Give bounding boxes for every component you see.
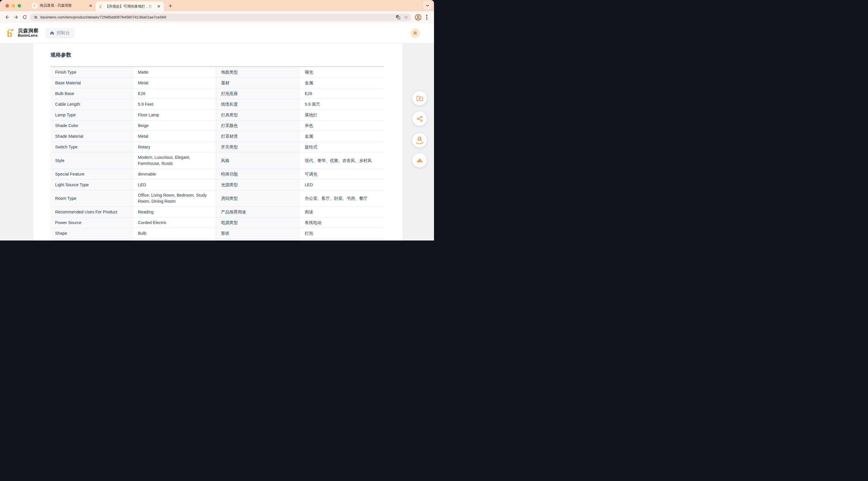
spec-value-cn: 可调光 [300,169,383,179]
close-tab-icon[interactable]: ✕ [88,3,93,8]
download-report-button[interactable] [412,91,427,106]
translate-icon[interactable]: G文 [396,15,401,20]
spec-label-cn: 特殊功能 [216,169,300,179]
spec-label-cn: 灯罩颜色 [216,120,300,131]
spec-label-en: Base Material [51,78,133,88]
tab-product-details-active[interactable]: b 【升级款】可调光落地灯，含 10 ✕ [96,1,164,11]
spec-value-cn: 5.9 英尺 [300,99,383,110]
table-row: Shade Material Metal 灯罩材质 金属 [51,131,383,142]
spec-label-cn [216,239,300,241]
spec-label-cn: 房间类型 [216,190,300,206]
tab-title: 【升级款】可调光落地灯，含 10 [105,4,154,9]
spec-value-en: dimmable [133,169,216,179]
screenshot: b 商品透视 - 贝森洞察 ✕ b 【升级款】可调光落地灯，含 10 ✕ [0,0,434,241]
spec-value-cn: 落地灯 [300,110,383,120]
spec-value-en: Floor Lamp [133,110,216,120]
table-row: Bulb Base E26 灯泡底座 E26 [51,88,383,99]
spec-label-cn: 光源类型 [216,180,300,190]
svg-text:b: b [99,5,101,8]
forward-button[interactable] [11,13,20,22]
reload-button[interactable] [20,13,29,22]
table-row: Base Material Metal 基材 金属 [51,78,383,88]
spec-value-cn: 阅读 [300,207,383,217]
tab-search-chevron-button[interactable] [423,1,431,9]
zoom-window-button[interactable] [18,4,21,7]
spec-value-cn: 米色 [300,120,383,131]
console-label: 控制台 [57,30,70,36]
spec-label-cn: 线缆长度 [216,99,300,110]
basinlens-favicon-icon: b [32,3,37,9]
spec-value-en [133,239,216,241]
svg-text:b: b [33,4,35,7]
spec-label-cn: 风格 [216,152,300,169]
section-title: 规格参数 [51,51,71,58]
svg-text:文: 文 [398,17,400,19]
svg-text:b: b [7,29,12,38]
spec-value-cn: 有线电动 [300,217,383,228]
close-window-button[interactable] [5,4,9,7]
spec-value-cn [300,239,383,241]
table-row: Finish Type Matte 饰面类型 哑光 [51,67,383,78]
share-button[interactable] [412,112,427,126]
bookmark-star-icon[interactable]: ☆ [404,15,408,20]
spec-label-en: Light Source Type [51,180,133,190]
spec-label-en [51,239,133,241]
spec-label-cn: 产品推荐用途 [216,207,300,217]
table-row: Special Feature dimmable 特殊功能 可调光 [51,169,383,180]
spec-value-en: Corded Electric [133,217,216,228]
url-text[interactable]: basinlens.com/lens/product/details/72f48… [40,15,396,19]
spec-label-cn: 电源类型 [216,217,300,228]
console-nav-button[interactable]: 控制台 [45,28,74,38]
home-icon [50,31,55,35]
table-row: Shade Color Beige 灯罩颜色 米色 [51,120,383,131]
table-row: Light Source Type LED 光源类型 LED [51,180,383,190]
page-content: 规格参数 Finish Type Matte 饰面类型 哑光 Base Mate… [0,43,434,241]
spec-value-cn: E26 [300,88,383,99]
tab-product-overview[interactable]: b 商品透视 - 贝森洞察 ✕ [29,0,96,11]
spec-label-en: Recommended Uses For Product [51,207,133,217]
spec-value-en: E26 [133,88,216,99]
avatar[interactable]: R [411,29,420,38]
spec-value-cn: 现代、奢华、优雅、农舍风、乡村风 [300,152,383,169]
table-row: Room Type Office, Living Room, Bedroom, … [51,190,383,207]
spec-value-cn: 金属 [300,131,383,142]
spec-label-en: Room Type [51,190,133,206]
profile-icon[interactable] [414,13,423,22]
spec-value-en: LED [133,180,216,190]
address-bar[interactable]: basinlens.com/lens/product/details/72f48… [30,13,411,21]
spec-value-en: Modern, Luxurious, Elegant, Farmhouse, R… [133,152,216,169]
table-row: Style Modern, Luxurious, Elegant, Farmho… [51,152,383,169]
spec-label-cn: 开关类型 [216,142,300,152]
spec-table: Finish Type Matte 饰面类型 哑光 Base Material … [51,66,383,241]
spec-label-en: Shade Color [51,120,133,131]
spec-label-en: Cable Length [51,99,133,110]
browser-toolbar: basinlens.com/lens/product/details/72f48… [0,11,434,23]
spec-value-cn: 哑光 [300,67,383,78]
content-card: 规格参数 Finish Type Matte 饰面类型 哑光 Base Mate… [33,43,403,241]
spec-label-cn: 形状 [216,228,300,239]
table-row: Power Source Corded Electric 电源类型 有线电动 [51,217,383,228]
spec-label-cn: 灯泡底座 [216,88,300,99]
spec-label-en: Style [51,152,133,169]
browser-menu-kebab-icon[interactable] [423,13,431,22]
basinlens-favicon-icon: b [99,4,103,9]
spec-label-en: Shade Material [51,131,133,142]
back-button[interactable] [3,13,11,22]
site-info-icon[interactable] [33,15,38,20]
spec-value-cn: 旋转式 [300,142,383,152]
back-to-top-button[interactable] [412,153,427,168]
spec-label-cn: 饰面类型 [216,67,300,78]
table-row: Recommended Uses For Product Reading 产品推… [51,207,383,217]
spec-label-en: Power Source [51,217,133,228]
minimize-window-button[interactable] [11,4,15,7]
spec-value-cn: 办公室、客厅、卧室、书房、餐厅 [300,190,383,206]
site-header: b 贝森洞察 BasinLens 控制台 R [0,23,434,43]
new-tab-button[interactable] [167,2,174,9]
spec-value-en: Beige [133,120,216,131]
amazon-link-button[interactable]: a [412,133,427,148]
brand-logo[interactable]: b 贝森洞察 BasinLens [6,28,39,38]
table-row: Cable Length 5.9 Feet 线缆长度 5.9 英尺 [51,99,383,110]
table-row-partial [51,239,383,241]
close-tab-icon[interactable]: ✕ [156,4,161,9]
spec-value-cn: 金属 [300,78,383,88]
